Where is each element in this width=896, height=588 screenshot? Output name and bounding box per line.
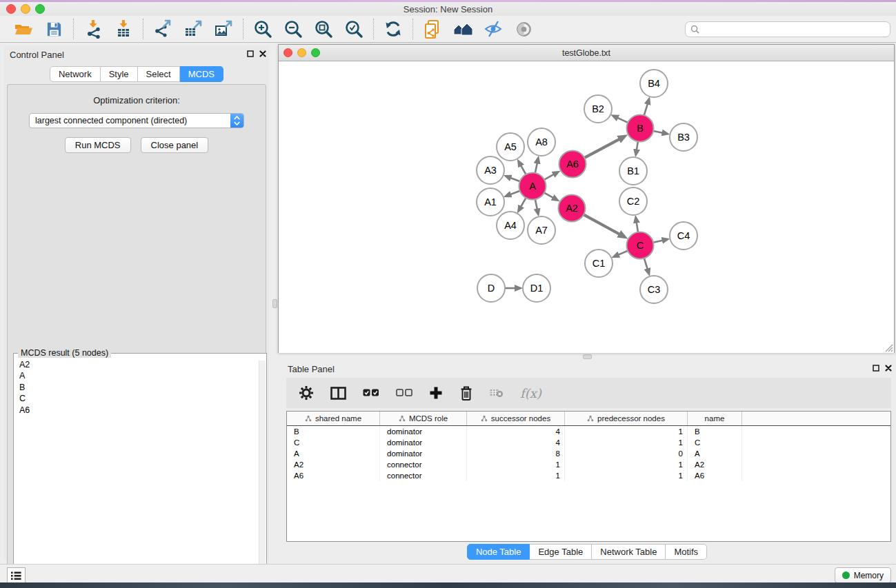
cell-predecessor-nodes[interactable]: 1 bbox=[565, 426, 688, 437]
cell-shared-name[interactable]: A2 bbox=[287, 459, 380, 470]
node-A3[interactable]: A3 bbox=[477, 156, 504, 184]
table-row-a6[interactable]: A6connector11A6 bbox=[287, 470, 890, 481]
search-field[interactable] bbox=[685, 21, 890, 37]
close-panel-icon[interactable] bbox=[885, 365, 892, 372]
search-input[interactable] bbox=[699, 23, 890, 37]
cell-shared-name[interactable]: A6 bbox=[287, 470, 380, 481]
tab-network-table[interactable]: Network Table bbox=[592, 544, 666, 560]
node-C1[interactable]: C1 bbox=[585, 250, 613, 277]
edge-A6-B[interactable] bbox=[583, 139, 619, 159]
tab-network[interactable]: Network bbox=[50, 66, 101, 82]
vertical-splitter-grip[interactable] bbox=[272, 299, 277, 308]
node-A6[interactable]: A6 bbox=[559, 151, 586, 178]
node-A7[interactable]: A7 bbox=[528, 216, 555, 244]
cell-mcds-role[interactable]: connector bbox=[380, 459, 467, 470]
column-header-successor-nodes[interactable]: successor nodes bbox=[467, 412, 565, 425]
cell-successor-nodes[interactable]: 8 bbox=[467, 448, 565, 459]
delete-table-button[interactable] bbox=[490, 387, 504, 398]
node-D[interactable]: D bbox=[477, 274, 505, 302]
birds-eye-view-button[interactable] bbox=[511, 18, 536, 40]
table-settings-button[interactable] bbox=[299, 385, 314, 401]
node-D1[interactable]: D1 bbox=[523, 274, 550, 302]
optimization-criterion-dropdown[interactable]: largest connected component (directed) bbox=[29, 113, 244, 128]
hide-graphics-details-button[interactable] bbox=[481, 18, 506, 40]
cell-name[interactable]: A2 bbox=[688, 459, 742, 470]
result-item-a[interactable]: A bbox=[19, 370, 266, 381]
column-header-name[interactable]: name bbox=[688, 412, 742, 425]
import-table-button[interactable] bbox=[111, 18, 136, 40]
node-B2[interactable]: B2 bbox=[584, 95, 612, 123]
table-row-a[interactable]: Adominator80A bbox=[287, 448, 890, 459]
column-header-shared-name[interactable]: shared name bbox=[287, 412, 380, 425]
zoom-out-button[interactable] bbox=[281, 18, 306, 40]
cell-name[interactable]: A bbox=[688, 448, 742, 459]
float-panel-icon[interactable] bbox=[247, 50, 254, 57]
close-panel-icon[interactable] bbox=[259, 50, 266, 57]
cell-predecessor-nodes[interactable]: 1 bbox=[565, 459, 688, 470]
cell-name[interactable]: A6 bbox=[688, 470, 742, 481]
node-A2[interactable]: A2 bbox=[559, 195, 586, 222]
deselect-all-button[interactable] bbox=[396, 389, 412, 397]
function-builder-button[interactable]: f(x) bbox=[520, 386, 541, 401]
cell-successor-nodes[interactable]: 1 bbox=[467, 459, 565, 470]
export-table-button[interactable] bbox=[181, 18, 206, 40]
cell-successor-nodes[interactable]: 4 bbox=[467, 426, 565, 437]
node-A5[interactable]: A5 bbox=[497, 133, 524, 161]
node-C4[interactable]: C4 bbox=[670, 222, 697, 250]
cell-mcds-role[interactable]: dominator bbox=[380, 426, 467, 437]
export-image-button[interactable] bbox=[211, 18, 236, 40]
table-row-a2[interactable]: A2connector11A2 bbox=[287, 459, 890, 470]
zoom-fit-button[interactable] bbox=[311, 18, 336, 40]
cell-predecessor-nodes[interactable]: 1 bbox=[565, 437, 688, 448]
delete-column-button[interactable] bbox=[459, 385, 473, 401]
column-header-mcds-role[interactable]: MCDS role bbox=[380, 412, 467, 425]
horizontal-splitter-grip[interactable] bbox=[583, 354, 592, 359]
cell-mcds-role[interactable]: connector bbox=[380, 470, 467, 481]
zoom-selected-button[interactable] bbox=[341, 18, 366, 40]
node-B3[interactable]: B3 bbox=[670, 123, 697, 151]
result-item-a2[interactable]: A2 bbox=[19, 359, 266, 370]
zoom-in-button[interactable] bbox=[250, 18, 275, 40]
cell-name[interactable]: C bbox=[688, 437, 742, 448]
tab-motifs[interactable]: Motifs bbox=[666, 544, 707, 560]
node-B[interactable]: B bbox=[627, 115, 654, 142]
cell-predecessor-nodes[interactable]: 1 bbox=[565, 470, 688, 481]
network-window-titlebar[interactable]: testGlobe.txt bbox=[279, 45, 894, 61]
table-row-c[interactable]: Cdominator41C bbox=[287, 437, 890, 448]
task-history-button[interactable] bbox=[7, 567, 26, 584]
tab-style[interactable]: Style bbox=[101, 66, 138, 82]
result-scrollbar[interactable] bbox=[259, 361, 266, 587]
tab-mcds[interactable]: MCDS bbox=[180, 66, 223, 82]
node-C3[interactable]: C3 bbox=[640, 276, 668, 303]
save-session-button[interactable] bbox=[41, 18, 66, 40]
node-C[interactable]: C bbox=[627, 232, 654, 259]
tab-select[interactable]: Select bbox=[138, 66, 180, 82]
network-graph[interactable]: A5A8A3AA1A4A7A6A2BB2B4B3B1C2CC4C1C3DD1 bbox=[279, 61, 894, 353]
result-item-b[interactable]: B bbox=[19, 382, 266, 393]
add-column-button[interactable] bbox=[429, 386, 443, 400]
cell-successor-nodes[interactable]: 4 bbox=[467, 437, 565, 448]
result-item-a6[interactable]: A6 bbox=[19, 405, 266, 416]
node-A[interactable]: A bbox=[519, 173, 546, 200]
window-resize-grip[interactable] bbox=[884, 343, 893, 352]
cell-shared-name[interactable]: C bbox=[287, 437, 380, 448]
close-panel-button[interactable]: Close panel bbox=[141, 137, 209, 153]
tab-edge-table[interactable]: Edge Table bbox=[530, 544, 592, 560]
network-canvas[interactable]: A5A8A3AA1A4A7A6A2BB2B4B3B1C2CC4C1C3DD1 bbox=[279, 61, 894, 353]
memory-button[interactable]: Memory bbox=[835, 567, 891, 583]
cell-successor-nodes[interactable]: 1 bbox=[467, 470, 565, 481]
float-panel-icon[interactable] bbox=[873, 365, 879, 372]
home-layout-button[interactable] bbox=[450, 18, 475, 40]
node-C2[interactable]: C2 bbox=[619, 187, 647, 215]
run-mcds-button[interactable]: Run MCDS bbox=[65, 137, 131, 153]
cell-predecessor-nodes[interactable]: 0 bbox=[565, 448, 688, 459]
import-network-button[interactable] bbox=[81, 18, 106, 40]
cell-mcds-role[interactable]: dominator bbox=[380, 437, 467, 448]
result-item-c[interactable]: C bbox=[19, 393, 266, 404]
node-B1[interactable]: B1 bbox=[619, 157, 647, 185]
node-B4[interactable]: B4 bbox=[640, 70, 668, 97]
cell-shared-name[interactable]: B bbox=[287, 426, 380, 437]
column-header-predecessor-nodes[interactable]: predecessor nodes bbox=[565, 412, 688, 425]
edge-A2-C[interactable] bbox=[582, 214, 619, 234]
node-A4[interactable]: A4 bbox=[497, 212, 524, 239]
